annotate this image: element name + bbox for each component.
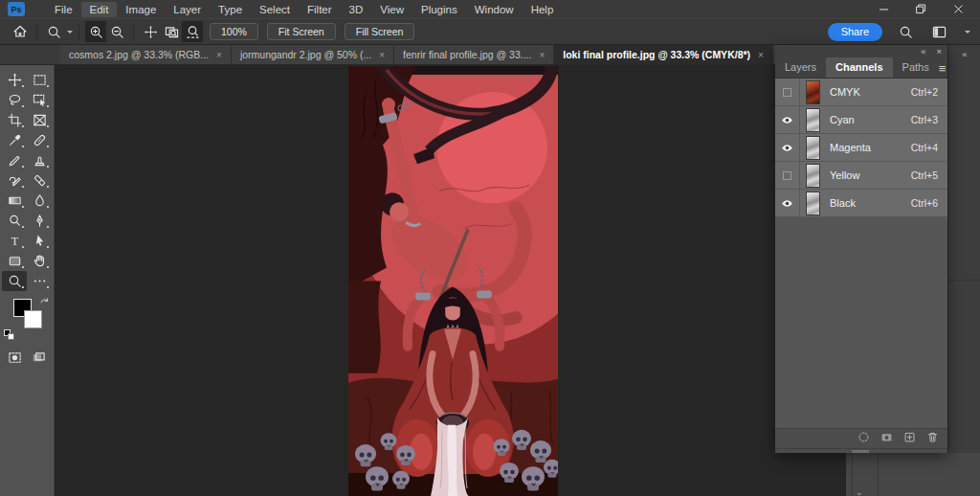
move-tool[interactable] (2, 70, 27, 90)
lasso-tool[interactable] (2, 90, 27, 110)
tab-close-icon[interactable]: × (379, 50, 385, 60)
channel-shortcut: Ctrl+4 (911, 142, 938, 153)
panel-resize-grip[interactable] (775, 448, 947, 453)
marquee-tool[interactable] (27, 70, 52, 90)
fill-screen-button[interactable]: Fill Screen (345, 23, 415, 40)
color-swatches[interactable] (10, 299, 48, 339)
eyedropper-tool[interactable] (2, 130, 27, 150)
menu-layer[interactable]: Layer (165, 2, 210, 17)
tab-close-icon[interactable]: × (758, 50, 764, 60)
healing-brush-tool[interactable] (27, 130, 52, 150)
chevron-down-icon[interactable]: ⌄ (856, 487, 863, 496)
panel-tab-channels[interactable]: Channels (826, 57, 893, 78)
menu-3d[interactable]: 3D (341, 2, 372, 17)
fit-screen-button[interactable]: Fit Screen (267, 23, 336, 40)
separator (78, 24, 79, 40)
document-tab[interactable]: cosmos 2.jpg @ 33.3% (RGB...× (60, 45, 232, 64)
background-color-swatch[interactable] (24, 310, 42, 328)
tab-label: cosmos 2.jpg @ 33.3% (RGB... (69, 49, 209, 60)
menu-filter[interactable]: Filter (299, 2, 341, 17)
channel-thumbnail (806, 136, 820, 160)
quick-mask-icon[interactable] (8, 350, 22, 369)
zoom-tool-preset-icon[interactable] (43, 21, 64, 42)
document-tab[interactable]: fenrir final profile.jpg @ 33....× (394, 45, 554, 64)
rectangle-tool[interactable] (2, 251, 27, 271)
path-selection-tool[interactable] (27, 231, 52, 251)
chevron-down-icon[interactable] (67, 31, 73, 36)
history-brush-tool[interactable] (2, 170, 27, 191)
close-panel-icon[interactable]: × (936, 47, 941, 56)
photoshop-window: Ps FileEditImageLayerTypeSelectFilter3DV… (0, 0, 980, 496)
canvas-document[interactable] (348, 66, 558, 496)
zoom-all-windows-icon[interactable] (161, 21, 182, 42)
visibility-checkbox[interactable] (775, 79, 800, 106)
menu-edit[interactable]: Edit (81, 2, 118, 17)
zoom-100-button[interactable]: 100% (210, 23, 258, 40)
type-tool[interactable]: T (2, 231, 27, 251)
collapse-panel-icon[interactable]: « (921, 47, 924, 56)
home-icon[interactable] (10, 21, 31, 42)
screen-mode-icon[interactable] (32, 350, 46, 369)
channel-row-yellow[interactable]: YellowCtrl+5 (775, 162, 947, 190)
menu-help[interactable]: Help (523, 2, 563, 17)
visibility-eye-icon[interactable] (775, 106, 800, 134)
object-selection-tool[interactable] (27, 90, 52, 110)
new-channel-icon[interactable] (903, 430, 916, 447)
channel-row-cmyk[interactable]: CMYKCtrl+2 (775, 79, 947, 106)
channel-shortcut: Ctrl+6 (911, 197, 938, 209)
restore-window-icon[interactable] (915, 3, 927, 15)
separator (133, 24, 134, 40)
search-icon[interactable] (895, 21, 916, 42)
tab-close-icon[interactable]: × (539, 50, 545, 60)
document-tab[interactable]: jormungandr 2.jpg @ 50% (...× (232, 45, 394, 64)
visibility-eye-icon[interactable] (775, 190, 800, 217)
channel-row-magenta[interactable]: MagentaCtrl+4 (775, 134, 947, 162)
pen-tool[interactable] (27, 211, 52, 231)
clone-stamp-tool[interactable] (27, 150, 52, 170)
hand-tool[interactable] (27, 251, 52, 271)
share-button[interactable]: Share (828, 23, 882, 41)
default-colors-icon[interactable] (4, 329, 15, 341)
menu-window[interactable]: Window (466, 2, 523, 17)
blur-tool[interactable] (27, 191, 52, 211)
frame-tool[interactable] (27, 110, 52, 130)
zoom-out-button[interactable] (106, 21, 127, 42)
menu-select[interactable]: Select (251, 2, 299, 17)
chevron-down-icon[interactable] (965, 31, 970, 36)
load-selection-icon[interactable] (858, 430, 870, 447)
save-selection-icon[interactable] (880, 430, 893, 447)
workspace-switcher-icon[interactable] (928, 21, 949, 42)
delete-icon[interactable] (926, 430, 939, 447)
crop-tool[interactable] (2, 110, 27, 130)
panel-tab-paths[interactable]: Paths (893, 57, 939, 78)
close-window-icon[interactable] (952, 3, 965, 15)
photoshop-logo[interactable]: Ps (8, 2, 25, 16)
channel-row-black[interactable]: BlackCtrl+6 (775, 190, 947, 217)
collapse-dock-icon[interactable]: « (948, 50, 980, 59)
visibility-checkbox[interactable] (775, 162, 800, 190)
resize-windows-to-fit-icon[interactable] (140, 21, 161, 42)
artwork-loki-illustration (348, 66, 558, 496)
menu-type[interactable]: Type (210, 2, 251, 17)
tab-close-icon[interactable]: × (216, 50, 222, 60)
channel-row-cyan[interactable]: CyanCtrl+3 (775, 106, 947, 134)
panel-tab-layers[interactable]: Layers (775, 57, 826, 78)
dodge-tool[interactable] (2, 211, 27, 231)
menu-plugins[interactable]: Plugins (412, 2, 466, 17)
menu-file[interactable]: File (46, 2, 81, 17)
document-tab[interactable]: loki final profile.jpg @ 33.3% (CMYK/8*)… (554, 45, 773, 64)
channel-label: Cyan (830, 114, 855, 125)
eraser-tool[interactable] (27, 170, 52, 191)
panel-menu-icon[interactable]: ≡ (939, 60, 954, 78)
gradient-tool[interactable] (2, 191, 27, 211)
brush-tool[interactable] (2, 150, 27, 170)
visibility-eye-icon[interactable] (775, 134, 800, 162)
more-tool[interactable] (27, 271, 52, 291)
scrubby-zoom-icon[interactable] (182, 21, 203, 42)
minimize-window-icon[interactable] (878, 3, 890, 15)
menu-view[interactable]: View (371, 2, 412, 17)
zoom-tool[interactable] (2, 271, 27, 291)
menu-image[interactable]: Image (117, 2, 165, 17)
channel-shortcut: Ctrl+3 (911, 114, 938, 125)
zoom-in-button[interactable] (85, 21, 106, 42)
